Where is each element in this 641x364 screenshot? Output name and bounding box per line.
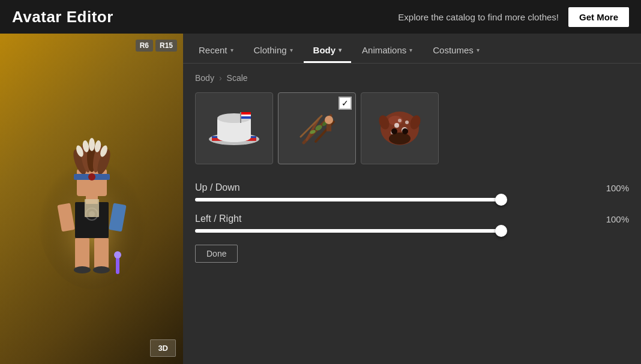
sliders-section: Up / Down 100% Left / Right 100% <box>195 182 629 275</box>
svg-rect-33 <box>240 112 241 123</box>
chevron-down-icon: ▾ <box>230 47 233 53</box>
header-right: Explore the catalog to find more clothes… <box>398 7 629 27</box>
done-button[interactable]: Done <box>195 245 238 263</box>
breadcrumb-child: Scale <box>227 73 248 83</box>
main-content: R6 R15 <box>0 34 641 364</box>
breadcrumb-parent[interactable]: Body <box>195 73 214 83</box>
svg-rect-37 <box>241 116 251 119</box>
svg-point-56 <box>389 133 411 145</box>
tab-clothing[interactable]: Clothing ▾ <box>244 39 302 63</box>
badge-r15[interactable]: R15 <box>155 40 177 52</box>
hat-image <box>207 106 261 151</box>
left-right-slider[interactable] <box>195 229 501 233</box>
svg-rect-22 <box>85 199 99 217</box>
chevron-down-icon: ▾ <box>409 47 412 53</box>
tab-costumes[interactable]: Costumes ▾ <box>423 39 489 63</box>
item-card-hat[interactable] <box>195 92 273 164</box>
avatar-panel: R6 R15 <box>0 34 183 364</box>
breadcrumb: Body › Scale <box>195 73 629 83</box>
content-area: Body › Scale <box>183 64 641 364</box>
left-right-thumb[interactable] <box>495 225 507 237</box>
svg-point-51 <box>394 123 399 128</box>
selected-checkmark: ✓ <box>339 97 352 110</box>
up-down-thumb[interactable] <box>495 194 507 206</box>
breadcrumb-separator: › <box>219 73 222 83</box>
chevron-down-icon: ▾ <box>339 47 342 53</box>
svg-point-58 <box>402 128 408 134</box>
svg-point-55 <box>398 119 402 122</box>
tab-recent[interactable]: Recent ▾ <box>189 39 243 63</box>
up-down-fill <box>195 198 501 201</box>
left-right-fill <box>195 229 501 233</box>
right-panel: Recent ▾ Clothing ▾ Body ▾ Animations ▾ … <box>183 34 641 364</box>
promo-text: Explore the catalog to find more clothes… <box>398 12 559 22</box>
up-down-slider[interactable] <box>195 198 501 201</box>
svg-point-24 <box>114 251 121 258</box>
tabs-bar: Recent ▾ Clothing ▾ Body ▾ Animations ▾ … <box>183 34 641 64</box>
svg-point-54 <box>405 121 409 124</box>
svg-rect-46 <box>327 124 331 131</box>
page-title: Avatar Editor <box>12 8 113 26</box>
svg-rect-23 <box>116 256 119 274</box>
svg-point-26 <box>93 266 110 273</box>
helmet-image <box>376 107 424 149</box>
svg-rect-36 <box>241 115 251 116</box>
get-more-button[interactable]: Get More <box>568 7 629 27</box>
svg-point-57 <box>391 128 397 134</box>
chevron-down-icon: ▾ <box>290 47 293 53</box>
up-down-value: 100% <box>606 183 629 193</box>
header: Avatar Editor Explore the catalog to fin… <box>0 0 641 34</box>
left-right-label: Left / Right <box>195 213 241 224</box>
up-down-label: Up / Down <box>195 182 240 193</box>
slider-row-up-down: Up / Down 100% <box>195 182 629 201</box>
tab-animations[interactable]: Animations ▾ <box>352 39 422 63</box>
slider-label-row-left-right: Left / Right 100% <box>195 213 629 224</box>
svg-rect-35 <box>241 112 251 115</box>
slider-row-left-right: Left / Right 100% <box>195 213 629 233</box>
avatar-svg <box>32 109 152 289</box>
sticks-image <box>292 107 343 150</box>
item-card-sticks[interactable]: ✓ <box>278 92 356 164</box>
slider-label-row-up-down: Up / Down 100% <box>195 182 629 193</box>
avatar-figure <box>0 34 183 364</box>
items-grid: ✓ <box>195 92 629 164</box>
item-card-helmet[interactable] <box>361 92 439 164</box>
svg-rect-5 <box>94 238 109 268</box>
svg-point-25 <box>74 266 91 273</box>
badge-r6[interactable]: R6 <box>136 40 153 52</box>
svg-point-45 <box>325 116 333 124</box>
tab-body[interactable]: Body ▾ <box>304 39 352 63</box>
svg-point-21 <box>88 173 95 181</box>
view-3d-button[interactable]: 3D <box>150 339 176 357</box>
left-right-value: 100% <box>606 214 629 224</box>
svg-point-17 <box>89 138 95 151</box>
chevron-down-icon: ▾ <box>477 47 480 53</box>
svg-rect-4 <box>75 238 89 268</box>
avatar-badges: R6 R15 <box>136 40 177 52</box>
